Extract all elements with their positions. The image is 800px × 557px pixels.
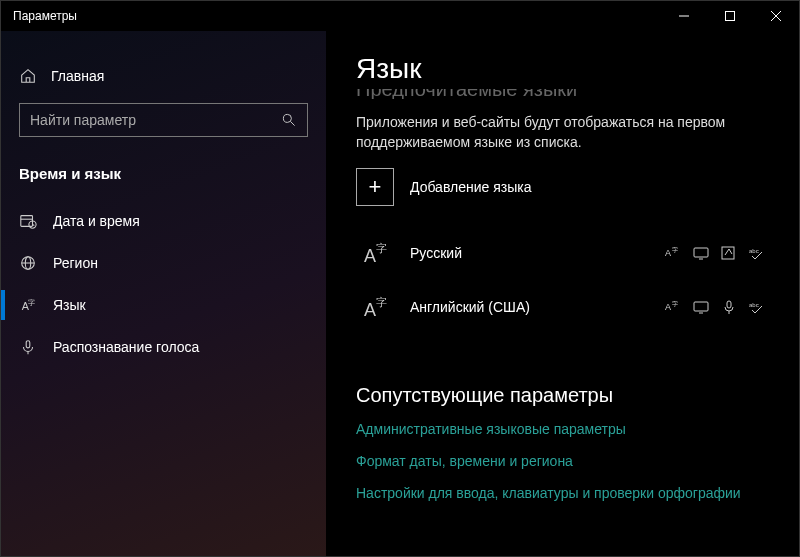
add-language-label: Добавление языка <box>410 179 532 195</box>
svg-text:字: 字 <box>672 246 678 253</box>
tts-icon: A字 <box>665 299 681 315</box>
language-glyph-icon: A字 <box>360 290 394 324</box>
svg-point-4 <box>283 114 291 122</box>
main-panel: Язык Предпочитаемые языки Приложения и в… <box>326 31 799 556</box>
search-icon <box>281 112 297 128</box>
related-settings-title: Сопутствующие параметры <box>356 384 769 407</box>
sidebar-item-label: Язык <box>53 297 86 313</box>
sidebar-item-speech[interactable]: Распознавание голоса <box>1 326 326 368</box>
display-icon <box>693 245 709 261</box>
svg-text:字: 字 <box>28 298 35 307</box>
home-label: Главная <box>51 68 104 84</box>
sidebar-item-date-time[interactable]: Дата и время <box>1 200 326 242</box>
svg-text:A: A <box>364 246 376 266</box>
language-feature-icons: A字 abc <box>665 299 765 315</box>
window-controls <box>661 1 799 31</box>
sidebar-item-label: Дата и время <box>53 213 140 229</box>
maximize-button[interactable] <box>707 1 753 31</box>
window-body: Главная Время и язык Дата и время Регион… <box>1 31 799 556</box>
sidebar-item-label: Распознавание голоса <box>53 339 199 355</box>
svg-rect-1 <box>726 12 735 21</box>
calendar-clock-icon <box>19 212 37 230</box>
language-feature-icons: A字 abc <box>665 245 765 261</box>
svg-text:A: A <box>364 300 376 320</box>
language-name: Русский <box>410 245 649 261</box>
section-heading-preferred: Предпочитаемые языки <box>356 89 769 99</box>
svg-text:abc: abc <box>749 302 759 308</box>
sidebar-item-label: Регион <box>53 255 98 271</box>
microphone-icon <box>19 338 37 356</box>
svg-rect-30 <box>694 302 708 311</box>
page-title: Язык <box>356 53 769 85</box>
spellcheck-icon: abc <box>749 299 765 315</box>
minimize-button[interactable] <box>661 1 707 31</box>
search-box[interactable] <box>19 103 308 137</box>
sidebar-item-region[interactable]: Регион <box>1 242 326 284</box>
plus-icon: + <box>356 168 394 206</box>
language-icon: A字 <box>19 296 37 314</box>
sidebar-item-language[interactable]: A字 Язык <box>1 284 326 326</box>
category-title: Время и язык <box>1 155 326 200</box>
microphone-icon <box>721 299 737 315</box>
svg-rect-16 <box>26 341 30 348</box>
language-glyph-icon: A字 <box>360 236 394 270</box>
tts-icon: A字 <box>665 245 681 261</box>
svg-text:A: A <box>665 248 671 258</box>
home-icon <box>19 67 37 85</box>
close-button[interactable] <box>753 1 799 31</box>
sidebar: Главная Время и язык Дата и время Регион… <box>1 31 326 556</box>
titlebar: Параметры <box>1 1 799 31</box>
svg-line-5 <box>291 122 295 126</box>
window-title: Параметры <box>13 9 77 23</box>
language-name: Английский (США) <box>410 299 649 315</box>
language-item-english-us[interactable]: A字 Английский (США) A字 abc <box>356 280 769 334</box>
preferred-languages-description: Приложения и веб-сайты будут отображатьс… <box>356 113 769 152</box>
svg-rect-24 <box>722 247 734 259</box>
link-input-keyboard[interactable]: Настройки для ввода, клавиатуры и провер… <box>356 485 769 501</box>
svg-text:字: 字 <box>672 300 678 307</box>
display-icon <box>693 299 709 315</box>
link-admin-language[interactable]: Административные языковые параметры <box>356 421 769 437</box>
svg-text:A: A <box>665 302 671 312</box>
nav: Дата и время Регион A字 Язык Распознавани… <box>1 200 326 368</box>
add-language-button[interactable]: + Добавление языка <box>356 168 769 206</box>
svg-rect-32 <box>727 301 731 308</box>
language-item-russian[interactable]: A字 Русский A字 abc <box>356 226 769 280</box>
spellcheck-icon: abc <box>749 245 765 261</box>
svg-rect-22 <box>694 248 708 257</box>
search-input[interactable] <box>30 112 281 128</box>
settings-window: Параметры Главная Время и язык Дата и вр… <box>0 0 800 557</box>
link-date-format[interactable]: Формат даты, времени и региона <box>356 453 769 469</box>
svg-text:abc: abc <box>749 248 759 254</box>
svg-text:字: 字 <box>376 296 387 308</box>
globe-icon <box>19 254 37 272</box>
svg-text:字: 字 <box>376 242 387 254</box>
handwrite-icon <box>721 245 737 261</box>
home-button[interactable]: Главная <box>1 59 326 103</box>
